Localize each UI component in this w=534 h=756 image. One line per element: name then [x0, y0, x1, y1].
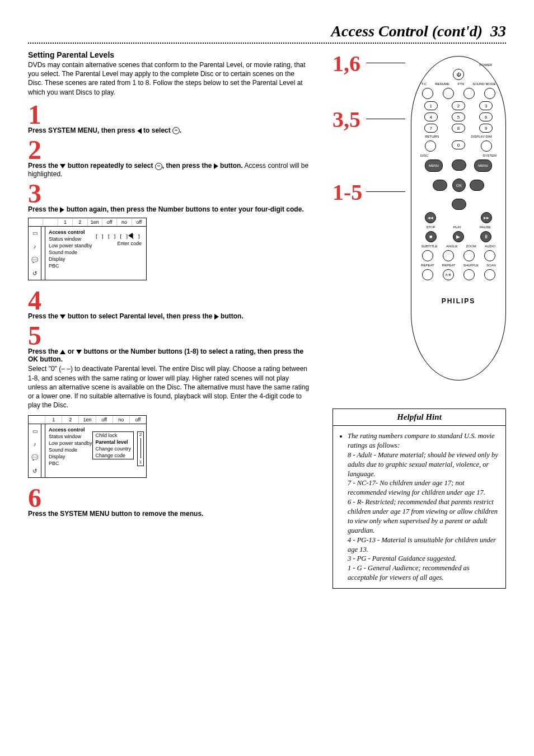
osd2-scale-top: 2 — [138, 432, 143, 437]
power-label: POWER — [417, 63, 500, 67]
step-3-b: button again, then press the Number butt… — [64, 205, 303, 213]
step-4-c: button. — [219, 312, 243, 320]
osd2-status-row: 1 2 1en off no off — [29, 416, 146, 424]
step-4-number: 4 — [28, 288, 310, 312]
osd1-top-6: no — [117, 218, 132, 226]
osd2-submenu: Child lock Parental level Change country… — [92, 431, 134, 459]
prev-button[interactable]: ◂◂ — [425, 212, 436, 223]
num-0[interactable]: 0 — [452, 140, 465, 149]
play-button[interactable]: ▶ — [453, 231, 464, 242]
section-heading: Setting Parental Levels — [28, 50, 310, 59]
sound-mode-label: SOUND MODE — [472, 82, 495, 86]
repeat-button[interactable] — [422, 269, 433, 280]
osd1-code-slots: [ ] [ ] [ ] [ ] — [95, 234, 140, 240]
num-3[interactable]: 3 — [479, 101, 493, 110]
speech-icon: 💬 — [31, 454, 38, 461]
hint-r7: 7 - NC-17- No children under age 17; not… — [348, 479, 485, 496]
features-nav-icon: ↺ — [32, 270, 37, 276]
step-4-b: button to select Parental level, then pr… — [65, 312, 214, 320]
features-nav-icon: ↺ — [32, 468, 37, 474]
osd2-sub-3: Change code — [93, 452, 133, 459]
down-arrow-icon — [60, 164, 65, 168]
osd2-top-5: no — [113, 416, 130, 424]
step-2-a: Press the — [28, 162, 60, 170]
osd1-status-row: 1 2 1en off no off — [29, 218, 146, 227]
osd1-top-1 — [43, 218, 58, 226]
picture-icon: ▭ — [32, 428, 38, 434]
osd1-enter-code: Enter code — [117, 241, 142, 246]
num-5[interactable]: 5 — [452, 112, 465, 121]
ok-button[interactable]: OK — [452, 179, 466, 192]
stop-button[interactable]: ■ — [425, 231, 437, 242]
step-1-b: to select — [142, 126, 172, 134]
section-intro: DVDs may contain alternative scenes that… — [28, 60, 310, 97]
tc-button[interactable] — [422, 88, 433, 99]
subtitle-button[interactable] — [422, 250, 433, 261]
step-4-text: Press the button to select Parental leve… — [28, 312, 310, 320]
features-icon — [155, 163, 162, 170]
left-column: Setting Parental Levels DVDs may contain… — [28, 50, 310, 589]
shuffle-button[interactable] — [463, 269, 475, 280]
num-1[interactable]: 1 — [424, 101, 438, 110]
osd1-icon-col: ▭ ♪ 💬 ↺ — [29, 227, 41, 280]
num-4[interactable]: 4 — [424, 112, 438, 121]
osd2-icon-col: ▭ ♪ 💬 ↺ — [29, 424, 41, 477]
dpad-left[interactable] — [433, 180, 447, 191]
repeat-ab-button[interactable]: A-B — [443, 269, 454, 280]
callout-1-5-text: 1-5 — [332, 180, 362, 205]
scan-button[interactable] — [484, 269, 495, 280]
num-7[interactable]: 7 — [424, 124, 438, 133]
sound-mode-button[interactable] — [484, 88, 495, 99]
dpad: MENU MENU OK — [425, 159, 492, 210]
osd2-top-1: 1 — [45, 416, 62, 424]
num-2[interactable]: 2 — [452, 101, 465, 110]
title-rule — [28, 43, 506, 44]
step-3-number: 3 — [28, 181, 310, 205]
dpad-right[interactable] — [470, 180, 484, 191]
return-label: RETURN — [425, 135, 439, 138]
disc-menu-button[interactable]: MENU — [425, 159, 443, 172]
page-title: Access Control (cont'd) 33 — [28, 22, 506, 40]
num-9[interactable]: 9 — [479, 124, 493, 133]
angle-button[interactable] — [443, 250, 454, 261]
step-5-text: Press the or buttons or the Number butto… — [28, 348, 310, 363]
osd1-top-7: off — [132, 218, 146, 226]
dpad-down[interactable] — [452, 199, 466, 210]
hint-r8: 8 - Adult - Mature material; should be v… — [348, 451, 498, 478]
step-5-a: Press the — [28, 348, 60, 355]
display-dim-button[interactable] — [481, 140, 492, 152]
shuffle-label: SHUFFLE — [463, 264, 479, 267]
audio-button[interactable] — [484, 250, 495, 261]
osd2-top-2: 2 — [62, 416, 79, 424]
resume-button[interactable] — [443, 88, 454, 99]
system-menu-button[interactable]: MENU — [474, 159, 492, 172]
step-6-number: 6 — [28, 486, 310, 510]
pause-button[interactable]: ⏸ — [480, 231, 491, 242]
num-6[interactable]: 6 — [479, 112, 493, 121]
num-8[interactable]: 8 — [452, 124, 465, 133]
return-button[interactable] — [425, 140, 436, 152]
step-3-a: Press the — [28, 205, 60, 213]
sound-icon: ♪ — [34, 441, 36, 447]
fts-button[interactable] — [463, 88, 475, 99]
callout-1-6: 1,6 — [332, 50, 360, 77]
zoom-button[interactable] — [463, 250, 475, 261]
down-arrow-icon — [60, 314, 65, 319]
repeat-label: REPEAT — [421, 264, 434, 267]
step-4-a: Press the — [28, 312, 60, 320]
brand-logo: PHILIPS — [417, 297, 500, 305]
step-2-c: , then press the — [162, 162, 214, 170]
hint-r4: 4 - PG-13 - Material is unsuitable for c… — [348, 536, 496, 553]
osd-menu-1: 1 2 1en off no off ▭ ♪ 💬 ↺ Access contro… — [28, 218, 147, 280]
pause-label: PAUSE — [480, 226, 491, 229]
right-column: 1,6 3,5 1-5 POWER ⏻ T-C RESUME FTS SOUND… — [332, 50, 506, 589]
left-arrow-icon — [137, 128, 142, 134]
title-text: Access Control (cont'd) — [331, 22, 483, 40]
hint-body: The rating numbers compare to standard U… — [333, 426, 505, 588]
power-button[interactable]: ⏻ — [453, 69, 464, 80]
dpad-up[interactable] — [452, 159, 466, 171]
down-arrow-icon — [76, 350, 82, 354]
next-button[interactable]: ▸▸ — [481, 212, 492, 223]
right-arrow-icon — [214, 314, 219, 320]
osd1-top-2: 1 — [58, 218, 73, 226]
